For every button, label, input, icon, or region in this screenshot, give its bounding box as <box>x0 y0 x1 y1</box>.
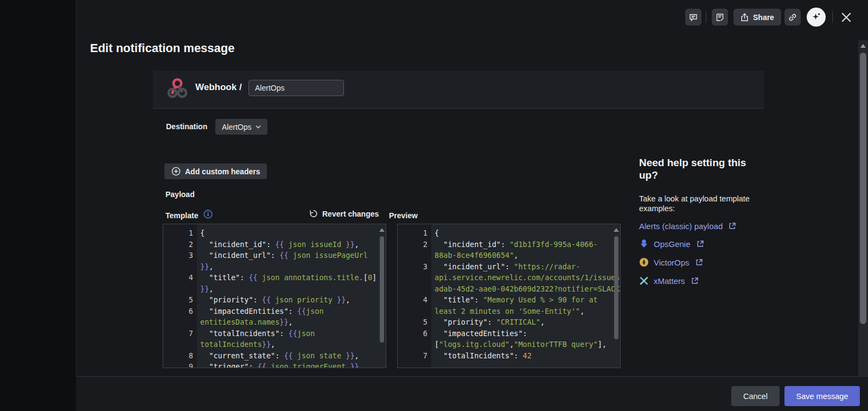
code-text: "current_state": {{ json state }}, <box>197 350 378 362</box>
external-link-icon <box>729 222 736 230</box>
help-title: Need help setting this up? <box>639 156 754 181</box>
line-number: 8 <box>163 350 197 362</box>
share-button[interactable]: Share <box>733 9 781 26</box>
ai-assistant-button[interactable] <box>807 8 826 27</box>
line-number: 4 <box>163 272 197 294</box>
link-victorops[interactable]: VictorOps <box>639 256 703 268</box>
link-opsgenie[interactable]: OpsGenie <box>639 238 704 250</box>
code-text: "title": "Memory Used % > 90 for at leas… <box>431 294 612 317</box>
preview-pane[interactable]: 1{2 "incident_id": "d1b1f3fd-995a-4066-8… <box>397 224 621 368</box>
share-button-label: Share <box>753 13 774 22</box>
external-link-icon <box>691 277 699 284</box>
line-number: 1 <box>398 227 431 239</box>
share-icon <box>741 13 749 22</box>
code-text: "incident_url": "https://radar-api.servi… <box>431 261 621 295</box>
scroll-up-icon[interactable] <box>860 44 866 48</box>
help-link-label: Alerts (classic) payload <box>639 222 723 231</box>
note-edit-icon <box>716 13 724 22</box>
plus-circle-icon <box>171 167 181 176</box>
payload-section-label: Payload <box>165 190 195 199</box>
section-divider <box>153 108 764 109</box>
revert-icon <box>309 209 318 218</box>
scroll-up-icon[interactable] <box>379 228 385 232</box>
line-number: 6 <box>163 306 197 328</box>
add-custom-headers-label: Add custom headers <box>185 167 260 176</box>
add-custom-headers-button[interactable]: Add custom headers <box>164 163 267 179</box>
scrollbar-thumb[interactable] <box>380 236 384 343</box>
copy-link-button[interactable] <box>784 9 801 26</box>
line-number: 3 <box>163 250 197 272</box>
line-number: 2 <box>163 239 197 250</box>
xmatters-icon <box>639 276 649 286</box>
link-alerts-classic-payload[interactable]: Alerts (classic) payload <box>639 220 736 232</box>
preview-scrollbar[interactable] <box>613 226 619 366</box>
background-left-rail <box>0 0 76 411</box>
line-number: 7 <box>398 350 431 362</box>
revert-changes-button[interactable]: Revert changes <box>305 208 382 219</box>
code-line: 7 "totalIncidents": 42 <box>398 350 620 362</box>
scrollbar-thumb[interactable] <box>614 236 618 339</box>
code-text: { <box>431 227 612 239</box>
external-link-icon <box>695 258 703 266</box>
code-line: 5 "priority": "CRITICAL", <box>398 317 620 328</box>
code-line: 2 "incident_id": "d1b1f3fd-995a-4066-88a… <box>398 239 620 261</box>
code-line: 4 "title": "Memory Used % > 90 for at le… <box>398 294 620 317</box>
channel-type-label: Webhook / <box>195 82 242 93</box>
template-label: Template <box>165 211 198 220</box>
line-number: 1 <box>163 227 197 239</box>
line-number: 4 <box>398 294 431 317</box>
page-title: Edit notification message <box>90 41 235 55</box>
line-number: 2 <box>398 239 431 261</box>
chevron-down-icon <box>256 125 261 129</box>
scroll-up-icon[interactable] <box>614 228 619 232</box>
line-number: 7 <box>163 328 197 350</box>
help-link-label: xMatters <box>654 276 685 286</box>
code-text: "priority": {{ json priority }}, <box>197 294 378 306</box>
code-line: 5 "priority": {{ json priority }}, <box>163 294 386 306</box>
revert-changes-label: Revert changes <box>322 210 379 218</box>
page-scrollbar[interactable] <box>858 40 868 376</box>
code-line: 8 "current_state": {{ json state }}, <box>163 350 386 362</box>
channel-name-input[interactable] <box>248 80 344 96</box>
destination-dropdown[interactable]: AlertOps <box>215 119 267 135</box>
cancel-button[interactable]: Cancel <box>731 386 780 406</box>
code-text: "impactedEntities": ["logs.itg.cloud","M… <box>431 328 612 350</box>
code-line: 9 "trigger": {{ json triggerEvent }}, <box>163 361 386 368</box>
toolbar-separator <box>706 11 706 23</box>
ai-sparkle-icon <box>811 12 821 22</box>
template-code: 1{2 "incident_id": {{ json issueId }},3 … <box>163 224 386 368</box>
line-number: 3 <box>398 261 431 295</box>
code-line: 3 "incident_url": "https://radar-api.ser… <box>398 261 620 295</box>
code-line: 7 "totalIncidents": {{json totalIncident… <box>163 328 386 350</box>
code-text: "incident_id": "d1b1f3fd-995a-4066-88ab-… <box>431 239 612 261</box>
line-number: 5 <box>163 294 197 306</box>
link-xmatters[interactable]: xMatters <box>639 275 699 287</box>
feedback-button[interactable] <box>685 9 701 26</box>
notes-button[interactable] <box>712 9 728 26</box>
code-text: "priority": "CRITICAL", <box>431 317 612 328</box>
channel-header-card <box>153 71 764 108</box>
opsgenie-icon <box>639 239 649 249</box>
code-text: "incident_id": {{ json issueId }}, <box>197 239 378 250</box>
template-editor[interactable]: 1{2 "incident_id": {{ json issueId }},3 … <box>163 224 386 368</box>
code-text: "impactedEntities": {{json entitiesData.… <box>197 306 378 328</box>
link-icon <box>788 13 797 22</box>
code-line: 3 "incident_url": {{ json issuePageUrl }… <box>163 250 386 272</box>
toolbar-separator <box>832 11 833 23</box>
edit-notification-modal: Share Edit notification message <box>0 0 868 411</box>
code-text: "incident_url": {{ json issuePageUrl }}, <box>197 250 378 272</box>
code-line: 6 "impactedEntities": {{json entitiesDat… <box>163 306 386 328</box>
close-button[interactable] <box>839 10 854 25</box>
help-subtitle: Take a look at payload template examples… <box>639 194 760 213</box>
external-link-icon <box>697 240 704 248</box>
info-icon[interactable] <box>203 210 213 219</box>
code-text: { <box>197 227 378 239</box>
template-scrollbar[interactable] <box>379 226 385 366</box>
destination-label: Destination <box>166 122 207 131</box>
code-line: 1{ <box>163 227 386 239</box>
preview-code: 1{2 "incident_id": "d1b1f3fd-995a-4066-8… <box>398 224 620 361</box>
scrollbar-thumb[interactable] <box>860 53 866 324</box>
comment-icon <box>689 13 698 22</box>
code-text: "trigger": {{ json triggerEvent }}, <box>197 361 378 368</box>
save-message-button[interactable]: Save message <box>784 386 860 406</box>
